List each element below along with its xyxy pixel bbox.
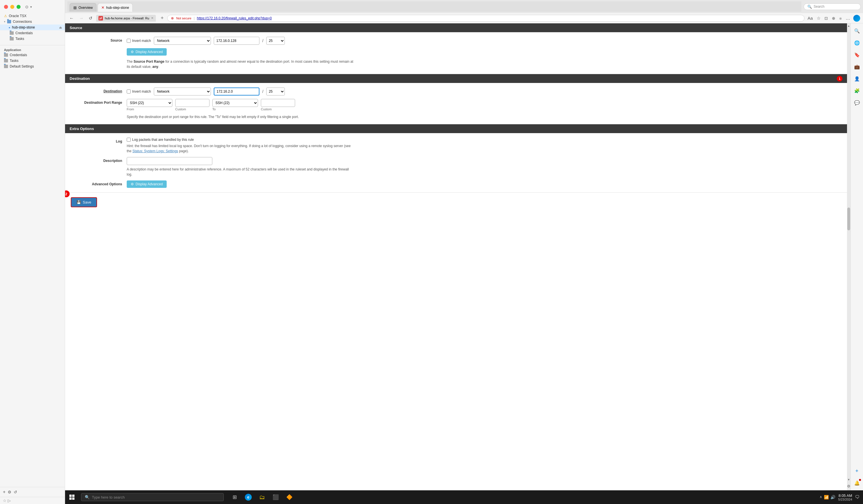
eject-icon[interactable]: ⏏ [59, 26, 62, 29]
log-checkbox[interactable] [127, 138, 131, 142]
sidebar-item-oracle-tsx[interactable]: ⚠ Oracle TSX [0, 13, 65, 19]
settings-gear-icon[interactable]: ⚙ [847, 482, 850, 490]
dest-invert-wrap[interactable]: Invert match [127, 90, 151, 93]
taskbar-clock[interactable]: 8:05 AM 5/23/2024 [838, 493, 852, 501]
taskbar-files-icon[interactable]: 🗂 [256, 490, 268, 504]
sidebar-item-credentials[interactable]: Credentials [0, 30, 65, 36]
save-button-wrap: 2 💾 Save [65, 193, 103, 212]
right-briefcase-icon[interactable]: 💼 [852, 62, 862, 72]
port-from-group: SSH (22) HTTP (80) From [127, 99, 172, 111]
active-tab-close[interactable]: ✕ [151, 16, 153, 20]
log-checkbox-wrap[interactable]: Log packets that are handled by this rul… [127, 138, 355, 142]
active-tab-title: hub-fw.home.arpa - Firewall: Ru [105, 16, 149, 20]
chevron-down-icon[interactable]: ▾ [30, 5, 32, 9]
back-button[interactable]: ← [68, 15, 75, 21]
source-invert-checkbox[interactable] [127, 39, 131, 43]
sidebar-item-tasks[interactable]: Tasks [0, 36, 65, 42]
dest-ip-input[interactable] [214, 88, 260, 95]
forward-button[interactable]: → [78, 15, 85, 21]
source-display-advanced-btn[interactable]: ⚙ Display Advanced [127, 48, 167, 55]
vertical-scrollbar[interactable]: ▲ ▼ ⚙ [847, 23, 850, 490]
right-puzzle-icon[interactable]: 🧩 [852, 86, 862, 96]
copilot-button[interactable]: ⍟ [838, 15, 842, 21]
play-sidebar-icon[interactable]: ▷ [8, 498, 11, 503]
split-view-button[interactable]: ⊡ [824, 15, 829, 21]
sidebar-item-hub[interactable]: ● hub-step-stone ⏏ [0, 25, 65, 30]
taskbar-search-bar[interactable]: 🔍 Type here to search [81, 493, 224, 501]
more-button[interactable]: … [845, 15, 851, 22]
address-bar[interactable]: ⊗ Not secure | https://172.16.0.20/firew… [167, 15, 804, 22]
port-from-select[interactable]: SSH (22) HTTP (80) [127, 99, 172, 107]
x-red-icon[interactable]: ✕ [101, 5, 104, 10]
extra-display-advanced-btn[interactable]: ⚙ Display Advanced [127, 180, 167, 188]
refresh-icon[interactable]: ↺ [14, 490, 17, 494]
browser-search-bar[interactable]: 🔍 Search [804, 3, 861, 10]
bookmark-sidebar-icon[interactable]: ☆ [3, 498, 7, 503]
port-custom-to-input[interactable] [261, 99, 295, 107]
read-mode-button[interactable]: Aa [807, 15, 814, 21]
source-invert-wrap[interactable]: Invert match [127, 39, 151, 43]
sidebar-item-app-tasks[interactable]: Tasks [0, 58, 65, 64]
taskbar-speaker-icon[interactable]: 🔊 [830, 495, 835, 500]
extra-adv-btn-label: Display Advanced [136, 182, 163, 186]
right-chat-icon[interactable]: 💬 [852, 98, 862, 108]
right-notification-icon[interactable]: 🔔 [852, 478, 862, 488]
minimize-traffic-light[interactable] [10, 5, 14, 9]
close-traffic-light[interactable] [4, 5, 8, 9]
taskbar-app-icon[interactable]: 🔶 [283, 490, 296, 504]
tab-hub-step-stone[interactable]: ✕ hub-step-stone [98, 3, 133, 12]
right-edge-icon[interactable]: 🌐 [852, 38, 862, 48]
hub-icon: ● [9, 26, 10, 29]
browser-favorites-button[interactable]: ⊕ [831, 15, 836, 21]
taskbar-right: ∧ 📶 🔊 8:05 AM 5/23/2024 🗨 [820, 493, 863, 501]
taskbar-task-view[interactable]: ⊞ [228, 490, 241, 504]
divider: | [194, 16, 195, 20]
port-custom-from-input[interactable] [175, 99, 210, 107]
destination-row: Destination Invert match Network Any [65, 86, 847, 97]
sidebar-app-section: Application Credentials Tasks Default Se… [0, 45, 65, 69]
taskbar-terminal-icon[interactable]: ⬛ [270, 490, 282, 504]
active-page-tab[interactable]: pf hub-fw.home.arpa - Firewall: Ru ✕ [96, 15, 156, 22]
dest-invert-checkbox[interactable] [127, 90, 131, 93]
taskbar-notification-icon[interactable]: 🗨 [855, 495, 860, 500]
taskbar-chevron-icon[interactable]: ∧ [820, 495, 822, 500]
sidebar-item-app-credentials[interactable]: Credentials [0, 52, 65, 58]
dest-network-select[interactable]: Network Any [154, 88, 211, 95]
taskbar-edge-icon[interactable]: e [242, 490, 254, 504]
right-person-icon[interactable]: 👤 [852, 74, 862, 84]
add-icon[interactable]: + [3, 490, 5, 495]
url-display[interactable]: https://172.16.0.20/firewall_rules_edit.… [197, 16, 272, 20]
description-input[interactable] [127, 157, 212, 165]
scroll-down-arrow[interactable]: ▼ [847, 477, 850, 482]
tab-hub-label: hub-step-stone [106, 6, 129, 10]
taskbar-network-icon[interactable]: 📶 [824, 495, 829, 500]
sidebar-label-app-tasks: Tasks [10, 59, 18, 63]
back-nav-icon[interactable]: ⊙ [25, 4, 28, 9]
right-bookmark-icon[interactable]: 🔖 [852, 50, 862, 60]
scroll-thumb[interactable] [847, 208, 850, 230]
port-to-select[interactable]: SSH (22) HTTP (80) [212, 99, 258, 107]
maximize-traffic-light[interactable] [16, 5, 21, 9]
tab-overview[interactable]: ⊞ Overview [70, 3, 97, 12]
browser-content-area: Source Source Invert match Net [65, 23, 863, 490]
sidebar-label-app-cred: Credentials [10, 53, 27, 57]
sidebar-item-default-settings[interactable]: Default Settings [0, 64, 65, 69]
favorites-button[interactable]: ☆ [816, 15, 821, 22]
scroll-up-arrow[interactable]: ▲ [847, 23, 850, 28]
scroll-track[interactable] [847, 28, 850, 477]
refresh-button[interactable]: ↺ [87, 15, 94, 21]
add-tab-button[interactable]: + [159, 14, 165, 22]
source-network-select[interactable]: Network Any [154, 37, 211, 45]
dest-cidr-select[interactable]: 25 24 [266, 88, 285, 95]
log-hint-link[interactable]: Status: System Logs: Settings [133, 149, 178, 153]
source-cidr-select[interactable]: 25 24 [266, 37, 285, 45]
sidebar-item-connections[interactable]: ▾ Connections [0, 19, 65, 25]
save-button[interactable]: 💾 Save [71, 197, 97, 207]
windows-start-button[interactable] [65, 490, 79, 504]
gear-icon: ⚙ [131, 50, 134, 54]
right-search-icon[interactable]: 🔍 [852, 26, 862, 36]
source-ip-input[interactable] [214, 37, 260, 45]
edge-profile-button[interactable] [853, 15, 860, 22]
right-add-icon[interactable]: + [852, 466, 862, 476]
settings-icon[interactable]: ⚙ [8, 490, 11, 494]
